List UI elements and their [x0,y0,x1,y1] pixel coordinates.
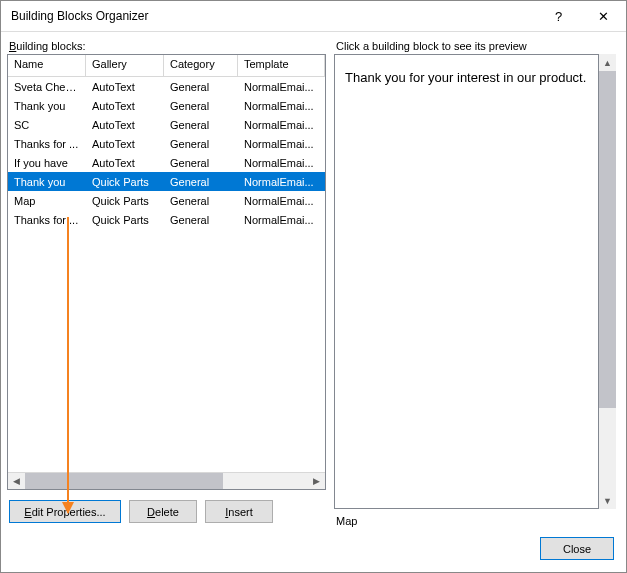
cell-template: NormalEmai... [238,80,325,94]
building-blocks-table: Name Gallery Category Template Sveta Che… [7,54,326,490]
cell-gallery: AutoText [86,80,164,94]
cell-name: Map [8,194,86,208]
preview-name: Map [334,509,616,529]
table-row[interactable]: Thanks for ...AutoTextGeneralNormalEmai.… [8,134,325,153]
cell-name: Sveta Cheu... [8,80,86,94]
cell-template: NormalEmai... [238,156,325,170]
insert-button[interactable]: Insert [205,500,273,523]
horizontal-scrollbar[interactable]: ◀ ▶ [8,472,325,489]
cell-category: General [164,99,238,113]
cell-name: Thanks for ... [8,137,86,151]
table-row[interactable]: Thank youQuick PartsGeneralNormalEmai... [8,172,325,191]
cell-gallery: Quick Parts [86,194,164,208]
scrollbar-track[interactable] [25,473,308,489]
cell-category: General [164,213,238,227]
cell-gallery: Quick Parts [86,213,164,227]
preview-box: Thank you for your interest in our produ… [334,54,599,509]
dialog-title: Building Blocks Organizer [11,9,536,23]
table-row[interactable]: Thank youAutoTextGeneralNormalEmai... [8,96,325,115]
dialog-footer: Close [1,535,626,572]
right-panel: Click a building block to see its previe… [334,40,616,529]
cell-category: General [164,118,238,132]
preview-label: Click a building block to see its previe… [334,40,616,52]
column-header-template[interactable]: Template [238,55,325,77]
cell-category: General [164,156,238,170]
column-header-gallery[interactable]: Gallery [86,55,164,77]
table-row[interactable]: If you haveAutoTextGeneralNormalEmai... [8,153,325,172]
table-row[interactable]: Sveta Cheu...AutoTextGeneralNormalEmai..… [8,77,325,96]
table-rows: Sveta Cheu...AutoTextGeneralNormalEmai..… [8,77,325,472]
table-row[interactable]: Thanks for ...Quick PartsGeneralNormalEm… [8,210,325,229]
cell-gallery: Quick Parts [86,175,164,189]
cell-category: General [164,175,238,189]
preview-area: Thank you for your interest in our produ… [334,54,616,509]
preview-text: Thank you for your interest in our produ… [345,69,588,87]
vertical-scrollbar[interactable]: ▲ ▼ [599,54,616,509]
scroll-up-arrow-icon[interactable]: ▲ [599,54,616,71]
cell-gallery: AutoText [86,99,164,113]
cell-name: Thanks for ... [8,213,86,227]
close-dialog-button[interactable]: Close [540,537,614,560]
cell-category: General [164,194,238,208]
delete-button[interactable]: Delete [129,500,197,523]
scroll-right-arrow-icon[interactable]: ▶ [308,473,325,490]
building-blocks-label: Building blocks: [7,40,326,52]
cell-template: NormalEmai... [238,175,325,189]
cell-name: If you have [8,156,86,170]
table-row[interactable]: SCAutoTextGeneralNormalEmai... [8,115,325,134]
cell-gallery: AutoText [86,137,164,151]
table-header-row: Name Gallery Category Template [8,55,325,77]
help-button[interactable]: ? [536,1,581,31]
column-header-category[interactable]: Category [164,55,238,77]
cell-template: NormalEmai... [238,194,325,208]
cell-template: NormalEmai... [238,99,325,113]
cell-name: SC [8,118,86,132]
cell-name: Thank you [8,99,86,113]
cell-template: NormalEmai... [238,118,325,132]
left-button-row: Edit Properties... Delete Insert [7,490,326,529]
cell-gallery: AutoText [86,118,164,132]
cell-name: Thank you [8,175,86,189]
building-blocks-organizer-dialog: Building Blocks Organizer ? ✕ Building b… [0,0,627,573]
scrollbar-track[interactable] [599,71,616,492]
cell-gallery: AutoText [86,156,164,170]
close-button[interactable]: ✕ [581,1,626,31]
table-row[interactable]: MapQuick PartsGeneralNormalEmai... [8,191,325,210]
left-panel: Building blocks: Name Gallery Category T… [7,40,326,529]
cell-template: NormalEmai... [238,137,325,151]
cell-template: NormalEmai... [238,213,325,227]
column-header-name[interactable]: Name [8,55,86,77]
scroll-down-arrow-icon[interactable]: ▼ [599,492,616,509]
scroll-left-arrow-icon[interactable]: ◀ [8,473,25,490]
cell-category: General [164,80,238,94]
scrollbar-thumb[interactable] [25,473,223,489]
dialog-content: Building blocks: Name Gallery Category T… [1,32,626,535]
edit-properties-button[interactable]: Edit Properties... [9,500,121,523]
scrollbar-thumb[interactable] [599,71,616,408]
titlebar: Building Blocks Organizer ? ✕ [1,1,626,32]
cell-category: General [164,137,238,151]
